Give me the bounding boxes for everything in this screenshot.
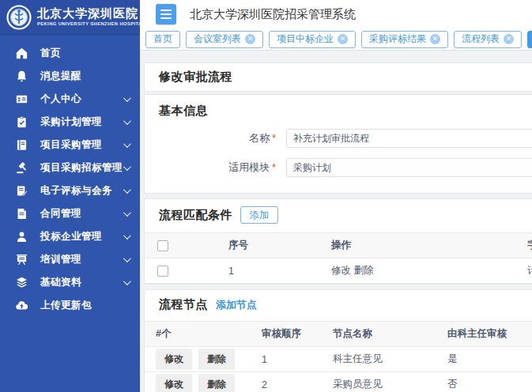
delete-node-button[interactable]: 删除: [198, 374, 235, 392]
chevron-down-icon: [123, 254, 131, 262]
order-cell: 1: [262, 347, 333, 372]
sidebar-item-6[interactable]: 项目采购招标管理: [0, 156, 140, 179]
column-header: 节点名称: [333, 322, 447, 347]
system-title: 北京大学深圳医院招采管理系统: [190, 7, 356, 22]
row-checkbox[interactable]: [157, 266, 168, 277]
chevron-down-icon: [123, 209, 131, 217]
hospital-emblem-icon: [6, 5, 32, 30]
field-input-1[interactable]: [286, 129, 532, 148]
chevron-down-icon: [123, 232, 131, 239]
match-conditions-card: 流程匹配条件 添加 序号操作字段 1 修改 删除 计划类型: [144, 198, 532, 285]
tab-label: 项目中标企业: [277, 32, 334, 46]
table-row: 修改删除 1 科主任意见 是: [145, 347, 532, 372]
node-name-cell: 采购员意见: [333, 372, 447, 392]
bell-icon: [16, 70, 28, 82]
basic-info-title: 基本信息: [159, 104, 532, 119]
form-row-2: 适用模块*: [159, 158, 532, 177]
sidebar-item-5[interactable]: 项目采购管理: [0, 134, 140, 156]
sidebar-item-9[interactable]: 投标企业管理: [0, 225, 140, 248]
tab-label: 会议室列表: [194, 32, 241, 46]
tab-6[interactable]: 流程✕: [527, 31, 532, 48]
sidebar-item-label: 首页: [40, 47, 129, 60]
sidebar-item-10[interactable]: 培训管理: [0, 248, 140, 271]
form-row-1: 名称*: [159, 129, 532, 148]
sidebar-item-7[interactable]: 电子评标与会务: [0, 179, 140, 202]
sidebar-item-8[interactable]: 合同管理: [0, 202, 140, 225]
sidebar-item-label: 培训管理: [40, 253, 123, 266]
layers-icon: [16, 277, 28, 288]
tab-3[interactable]: 项目中标企业✕: [269, 31, 356, 48]
required-asterisk: *: [272, 133, 276, 144]
main-area: 北京大学深圳医院招采管理系统 首页会议室列表✕项目中标企业✕采购评标结果✕流程列…: [140, 0, 532, 392]
sidebar-item-label: 上传更新包: [40, 299, 129, 312]
tab-close-icon[interactable]: ✕: [245, 34, 255, 44]
column-header: 字段: [527, 233, 532, 258]
chevron-down-icon: [123, 117, 131, 125]
tab-label: 采购评标结果: [369, 32, 426, 46]
chief-review-cell: 否: [447, 372, 532, 392]
app-window: 北京大学深圳医院 PEKING UNIVERSITY SHENZHEN HOSP…: [0, 0, 532, 392]
tab-1[interactable]: 首页: [145, 31, 180, 48]
menu-toggle-button[interactable]: [156, 4, 176, 24]
gavel-icon: [16, 162, 28, 174]
select-all-checkbox[interactable]: [157, 240, 168, 251]
column-header: 审核顺序: [262, 322, 333, 347]
tab-5[interactable]: 流程列表✕: [454, 31, 522, 48]
sidebar-item-label: 项目采购招标管理: [40, 161, 123, 175]
sidebar-item-label: 投标企业管理: [40, 230, 123, 243]
seq-cell: 1: [228, 258, 331, 284]
open-tabs-bar: 首页会议室列表✕项目中标企业✕采购评标结果✕流程列表✕流程✕: [140, 28, 532, 51]
field-input-2[interactable]: [286, 158, 532, 177]
field-label: 名称*: [159, 131, 276, 145]
sidebar-item-label: 个人中心: [40, 92, 123, 106]
tab-close-icon[interactable]: ✕: [504, 34, 514, 44]
tab-label: 流程列表: [462, 32, 500, 46]
content-scroll-area: 修改审批流程 基本信息 名称*适用模块* 流程匹配条件 添加 序号操作字段 1: [140, 51, 532, 392]
node-name-cell: 科主任意见: [333, 347, 447, 372]
required-asterisk: *: [272, 162, 276, 173]
tab-2[interactable]: 会议室列表✕: [186, 31, 263, 48]
order-cell: 2: [262, 372, 333, 392]
column-header: 序号: [228, 233, 331, 258]
tab-label: 首页: [153, 32, 172, 46]
chevron-down-icon: [123, 94, 131, 102]
flow-nodes-title: 流程节点: [159, 297, 208, 312]
basic-info-form: 名称*适用模块*: [159, 129, 532, 177]
delete-node-button[interactable]: 删除: [198, 349, 235, 370]
presentation-icon: [16, 254, 28, 266]
sidebar-item-2[interactable]: 消息提醒: [0, 65, 140, 88]
edit-node-button[interactable]: 修改: [156, 349, 192, 370]
add-condition-button[interactable]: 添加: [240, 206, 278, 224]
tab-close-icon[interactable]: ✕: [430, 34, 440, 44]
sidebar: 北京大学深圳医院 PEKING UNIVERSITY SHENZHEN HOSP…: [0, 0, 140, 392]
ops-cell[interactable]: 修改 删除: [331, 258, 527, 284]
match-conditions-table: 序号操作字段 1 修改 删除 计划类型: [145, 232, 532, 284]
sidebar-item-12[interactable]: 上传更新包: [0, 294, 140, 317]
id-card-icon: [16, 93, 28, 105]
tab-close-icon[interactable]: ✕: [338, 34, 348, 44]
sidebar-item-label: 电子评标与会务: [40, 184, 123, 198]
hamburger-icon: [160, 9, 172, 11]
sidebar-item-11[interactable]: 基础资料: [0, 271, 140, 294]
sidebar-item-label: 基础资料: [40, 276, 123, 289]
select-all-header: [145, 233, 228, 258]
sidebar-nav: 首页 消息提醒 个人中心 采购计划管理 项目采购管理 项目采购招标管理 电子评标…: [0, 35, 140, 317]
add-node-link[interactable]: 添加节点: [216, 298, 257, 312]
page-title-card: 修改审批流程: [144, 62, 532, 92]
edit-node-button[interactable]: 修改: [156, 374, 192, 392]
chief-review-cell: 是: [447, 347, 532, 372]
cloud-upload-icon: [16, 300, 28, 311]
sidebar-item-4[interactable]: 采购计划管理: [0, 111, 140, 134]
sidebar-item-3[interactable]: 个人中心: [0, 88, 140, 111]
table-row: 1 修改 删除 计划类型: [145, 258, 532, 284]
column-header: 操作: [331, 233, 527, 258]
clipboard-check-icon: [16, 116, 28, 128]
chevron-down-icon: [123, 163, 131, 171]
sidebar-item-1[interactable]: 首页: [0, 42, 140, 65]
chevron-down-icon: [123, 277, 131, 285]
tab-4[interactable]: 采购评标结果✕: [361, 31, 448, 48]
book-icon: [16, 139, 28, 151]
hospital-logo-bar: 北京大学深圳医院 PEKING UNIVERSITY SHENZHEN HOSP…: [0, 0, 140, 35]
edit-doc-icon: [16, 185, 28, 197]
table-row: 修改删除 2 采购员意见 否: [145, 372, 532, 392]
